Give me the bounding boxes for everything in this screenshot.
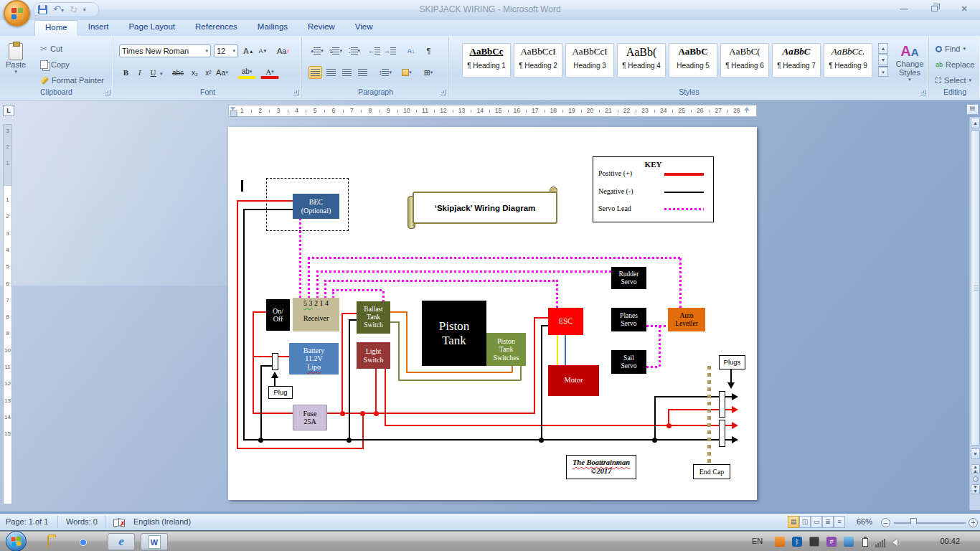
receiver-box[interactable]: 5 3 2 1 4 Receiver: [293, 298, 339, 331]
style-item-h4[interactable]: AaBb(¶ Heading 4: [617, 43, 666, 77]
light-switch-box[interactable]: Light Switch: [357, 342, 390, 369]
grow-font-button[interactable]: A▲: [242, 44, 255, 57]
decrease-indent-button[interactable]: ←: [367, 44, 381, 57]
justify-button[interactable]: [356, 66, 369, 79]
signal-strength-icon[interactable]: [875, 539, 885, 547]
tab-home[interactable]: Home: [34, 20, 78, 36]
display-tray-icon[interactable]: [809, 537, 819, 547]
ruler-toggle-button[interactable]: ▤: [966, 104, 979, 115]
replace-button[interactable]: abReplace: [933, 57, 977, 72]
increase-indent-button[interactable]: →: [383, 44, 397, 57]
style-item-h2[interactable]: AaBbCcI¶ Heading 2: [514, 43, 562, 77]
select-browse-object-icon[interactable]: [973, 476, 979, 482]
web-layout-icon[interactable]: ▭: [811, 516, 822, 528]
start-button[interactable]: [6, 531, 27, 551]
align-right-button[interactable]: [340, 66, 354, 79]
superscript-button[interactable]: x²: [202, 66, 215, 79]
tray-app-blue-icon[interactable]: [844, 537, 854, 547]
ballast-tank-switch-box[interactable]: Ballast Tank Switch: [357, 301, 390, 334]
page-indicator[interactable]: Page: 1 of 1: [6, 517, 48, 526]
piston-tank-switches-box[interactable]: Piston Tank Switches: [486, 333, 526, 366]
explorer-icon[interactable]: [47, 537, 49, 550]
tab-insert[interactable]: Insert: [78, 20, 119, 36]
auto-leveller-box[interactable]: Auto Leveller: [668, 308, 705, 331]
numbering-button[interactable]: 1▾: [327, 44, 344, 57]
sail-servo-box[interactable]: Sail Servo: [611, 350, 646, 374]
bec-box[interactable]: BEC (Optional): [293, 194, 339, 219]
word-count[interactable]: Words: 0: [66, 517, 98, 526]
zoom-slider-thumb[interactable]: [910, 518, 917, 527]
tab-references[interactable]: References: [185, 20, 248, 36]
motor-box[interactable]: Motor: [548, 365, 599, 396]
tab-selector[interactable]: L: [3, 105, 14, 116]
zoom-in-icon[interactable]: +: [969, 518, 978, 527]
bold-button[interactable]: B: [119, 66, 133, 79]
tab-mailings[interactable]: Mailings: [248, 20, 298, 36]
save-icon[interactable]: [38, 5, 47, 14]
scroll-thumb[interactable]: [971, 130, 980, 446]
office-button[interactable]: [4, 0, 30, 27]
select-button[interactable]: Select▾: [933, 73, 974, 88]
language-indicator[interactable]: English (Ireland): [133, 517, 191, 526]
previous-page-icon[interactable]: ▲▲: [971, 464, 980, 474]
planes-servo-box[interactable]: Planes Servo: [611, 308, 646, 331]
proofing-status-icon[interactable]: ✗: [113, 517, 125, 527]
sort-button[interactable]: A↓: [403, 44, 419, 57]
styles-scroll-down-icon[interactable]: ▼: [878, 55, 888, 65]
end-cap-box[interactable]: End Cap: [693, 464, 730, 479]
draft-view-icon[interactable]: ≡: [834, 516, 845, 528]
piston-tank-box[interactable]: Piston Tank: [422, 301, 486, 366]
on-off-switch-box[interactable]: On/ Off: [266, 299, 290, 331]
format-painter-button[interactable]: Format Painter: [37, 73, 107, 88]
volume-icon[interactable]: [892, 539, 897, 546]
internet-explorer-task-button[interactable]: e: [108, 533, 135, 550]
font-dialog-launcher-icon[interactable]: [293, 90, 299, 95]
italic-button[interactable]: I: [133, 66, 146, 79]
subscript-button[interactable]: x₂: [188, 66, 202, 79]
change-case-button[interactable]: Aa▾: [215, 66, 229, 79]
restore-button[interactable]: [924, 3, 944, 15]
paste-button[interactable]: Paste▾: [6, 43, 26, 75]
vertical-scrollbar[interactable]: ▲ ▼ ▲▲ ▼▼: [969, 117, 980, 510]
next-page-icon[interactable]: ▼▼: [971, 484, 980, 494]
bullets-button[interactable]: •▾: [308, 44, 326, 57]
copy-button[interactable]: Copy: [37, 57, 72, 72]
bluetooth-icon[interactable]: ᛒ: [792, 537, 802, 547]
word-task-button[interactable]: W: [141, 533, 168, 550]
outline-view-icon[interactable]: ≣: [822, 516, 834, 528]
customize-qat-icon[interactable]: ▾: [83, 6, 86, 13]
paragraph-dialog-launcher-icon[interactable]: [440, 90, 446, 95]
title-bar[interactable]: SKIPJACK WIRING - Microsoft Word — ✕: [0, 0, 980, 20]
cut-button[interactable]: ✂Cut: [37, 42, 65, 56]
diagram-title-banner[interactable]: ‘Skipjack’ Wiring Diagram: [413, 192, 557, 224]
styles-more-icon[interactable]: ▾: [878, 66, 888, 77]
highlight-button[interactable]: ab▾: [237, 66, 256, 79]
styles-dialog-launcher-icon[interactable]: [920, 90, 926, 95]
underline-caret-icon[interactable]: ▾: [160, 71, 163, 77]
borders-button[interactable]: ⊞▾: [419, 66, 438, 79]
font-name-combo[interactable]: Times New Roman▾: [119, 44, 211, 57]
tab-page-layout[interactable]: Page Layout: [118, 20, 185, 36]
show-hide-pilcrow-button[interactable]: ¶: [422, 44, 435, 57]
vertical-ruler[interactable]: 321123456789101112131415: [3, 124, 12, 504]
close-button[interactable]: ✕: [954, 3, 974, 15]
style-item-h6[interactable]: AaBbC(¶ Heading 6: [720, 43, 769, 77]
align-center-button[interactable]: [324, 66, 338, 79]
shrink-font-button[interactable]: A▼: [256, 44, 270, 57]
zoom-slider-track[interactable]: [894, 522, 966, 524]
plugs-label-box[interactable]: Plugs: [719, 355, 745, 369]
font-size-combo[interactable]: 12▾: [214, 44, 238, 57]
clear-formatting-button[interactable]: Aa: [276, 44, 290, 57]
align-left-button[interactable]: [308, 66, 322, 79]
tray-app-purple-icon[interactable]: #: [826, 537, 837, 547]
esc-box[interactable]: ESC: [548, 308, 583, 335]
scroll-down-icon[interactable]: ▼: [971, 448, 980, 459]
document-page[interactable]: BEC (Optional) ‘Skipjack’ Wiring Diagram…: [228, 127, 757, 500]
style-item-h5[interactable]: AaBbCHeading 5: [669, 43, 717, 77]
battery-box[interactable]: Battery11.2V Lipo: [289, 343, 339, 375]
language-bar[interactable]: EN: [752, 537, 763, 545]
minimize-button[interactable]: —: [894, 3, 914, 15]
tray-app-orange-icon[interactable]: [775, 537, 785, 547]
battery-icon[interactable]: [862, 538, 868, 547]
scroll-up-icon[interactable]: ▲: [971, 118, 980, 128]
